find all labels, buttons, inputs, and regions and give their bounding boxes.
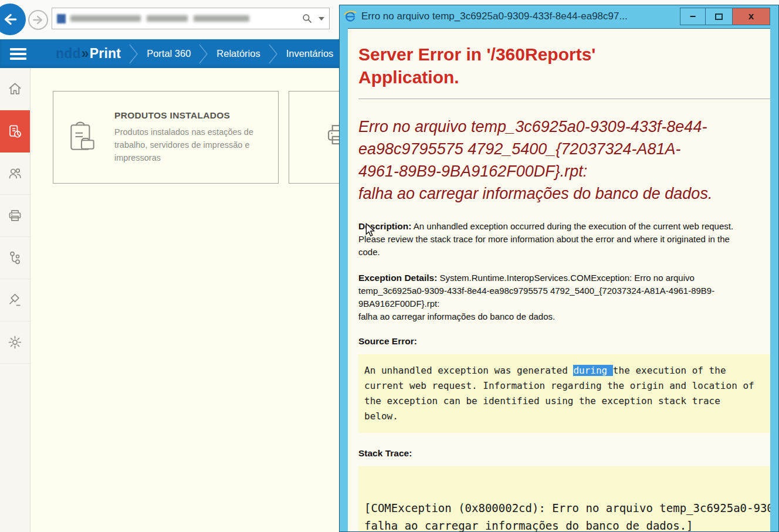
breadcrumb-inventarios[interactable]: Inventários [286, 48, 334, 59]
error-heading-line: Server Error in '/360Reports' [358, 43, 770, 66]
sidebar-item-printers[interactable] [0, 195, 30, 237]
caret-down-icon[interactable] [319, 17, 324, 21]
source-text: the execution of the [613, 365, 726, 376]
redacted-url [147, 15, 188, 22]
address-bar[interactable] [52, 8, 330, 29]
minimize-icon: − [690, 11, 696, 23]
sidebar-item-audit[interactable] [0, 279, 30, 321]
home-icon [7, 81, 23, 97]
clipboard-folder-icon [65, 119, 99, 155]
divider [358, 99, 770, 99]
error-subheading-line: 4961-89B9-9BA9162F00DF}.rpt: [358, 160, 770, 182]
forward-button[interactable] [28, 10, 48, 30]
maximize-icon [715, 13, 723, 20]
stack-line [364, 482, 770, 499]
error-heading-line: Application. [358, 66, 770, 89]
settings-icon [7, 334, 23, 350]
logo-print: Print [90, 46, 121, 61]
stack-line: falha ao carregar informações do banco d… [364, 517, 770, 531]
internet-explorer-icon [343, 9, 357, 23]
source-text: An unhandled exception was generated [364, 365, 573, 376]
breadcrumb-portal-360[interactable]: Portal 360 [147, 48, 191, 59]
maximize-button[interactable] [706, 8, 733, 25]
error-subheading-line: ea98c9795575 4792_5400_{72037324-A81A- [358, 138, 770, 160]
source-text: current web request. Information regardi… [364, 378, 770, 394]
description-paragraph: Description: An unhandled exception occu… [358, 220, 770, 259]
source-error-box: An unhandled exception was generated dur… [358, 354, 770, 433]
page-favicon [57, 14, 66, 23]
description-text: code. [358, 246, 770, 259]
forward-arrow-icon [32, 14, 44, 26]
breadcrumb-chevron-icon [129, 43, 138, 65]
error-heading: Server Error in '/360Reports' Applicatio… [358, 43, 770, 89]
reports-icon [7, 124, 23, 140]
logo-chevron-icon: » [82, 46, 89, 61]
back-arrow-icon [2, 12, 18, 27]
stack-line: [COMException (0x800002cd): Erro no arqu… [364, 499, 770, 517]
back-button[interactable] [0, 4, 26, 35]
description-text: Please review the stack trace for more i… [358, 233, 770, 246]
logo-ndd: ndd [56, 46, 81, 61]
error-window: Erro no arquivo temp_3c6925a0-9309-433f-… [339, 5, 779, 532]
sidebar-item-hierarchy[interactable] [0, 237, 30, 279]
sidebar-item-home[interactable] [0, 68, 30, 110]
error-subheading-line: falha ao carregar informações do banco d… [358, 182, 770, 205]
source-error-label: Source Error: [358, 336, 770, 347]
selected-text: during [573, 365, 612, 376]
error-page: Server Error in '/360Reports' Applicatio… [348, 28, 770, 531]
sidebar [0, 68, 31, 532]
window-title: Erro no arquivo temp_3c6925a0-9309-433f-… [361, 11, 680, 22]
exception-paragraph: Exception Details: System.Runtime.Intero… [358, 272, 770, 323]
hamburger-icon[interactable] [10, 46, 26, 62]
sidebar-item-reports[interactable] [0, 110, 30, 153]
error-subheading: Erro no arquivo temp_3c6925a0-9309-433f-… [358, 116, 770, 205]
gavel-icon [7, 292, 23, 308]
exception-text: temp_3c6925a0-9309-433f-8e44-ea98c979557… [358, 284, 770, 297]
exception-text: System.Runtime.InteropServices.COMExcept… [440, 273, 695, 283]
minimize-button[interactable]: − [680, 8, 706, 25]
exception-label: Exception Details: [358, 273, 437, 283]
error-subheading-line: Erro no arquivo temp_3c6925a0-9309-433f-… [358, 116, 770, 138]
redacted-url [194, 15, 249, 22]
mouse-cursor-icon [365, 223, 375, 237]
printer-icon [7, 208, 23, 223]
error-window-titlebar[interactable]: Erro no arquivo temp_3c6925a0-9309-433f-… [340, 5, 778, 28]
description-text: An unhandled exception occurred during t… [414, 221, 733, 231]
close-button[interactable]: x [733, 8, 770, 25]
breadcrumb-chevron-icon [269, 43, 278, 65]
redacted-url [70, 15, 141, 22]
source-text: below. [364, 409, 770, 424]
stack-trace-label: Stack Trace: [358, 448, 770, 459]
magnifier-icon[interactable] [302, 13, 313, 24]
sidebar-item-users[interactable] [0, 153, 30, 195]
source-text: the exception can be identified using th… [364, 394, 770, 409]
breadcrumb-chevron-icon [199, 43, 208, 65]
close-icon: x [748, 11, 754, 22]
sidebar-item-settings[interactable] [0, 321, 30, 364]
hierarchy-icon [7, 250, 23, 266]
card-description: Produtos instalados nas estações de trab… [114, 126, 261, 164]
card-produtos-instalados[interactable]: PRODUTOS INSTALADOS Produtos instalados … [53, 91, 279, 184]
stack-trace-box: [COMException (0x800002cd): Erro no arqu… [358, 466, 770, 531]
users-icon [7, 165, 23, 181]
exception-text: 9BA9162F00DF}.rpt: [358, 297, 770, 310]
exception-text: falha ao carregar informações do banco d… [358, 310, 770, 323]
breadcrumb-relatorios[interactable]: Relatórios [216, 48, 260, 59]
card-title: PRODUTOS INSTALADOS [114, 110, 261, 121]
ndd-print-logo: ndd»Print [56, 46, 121, 62]
